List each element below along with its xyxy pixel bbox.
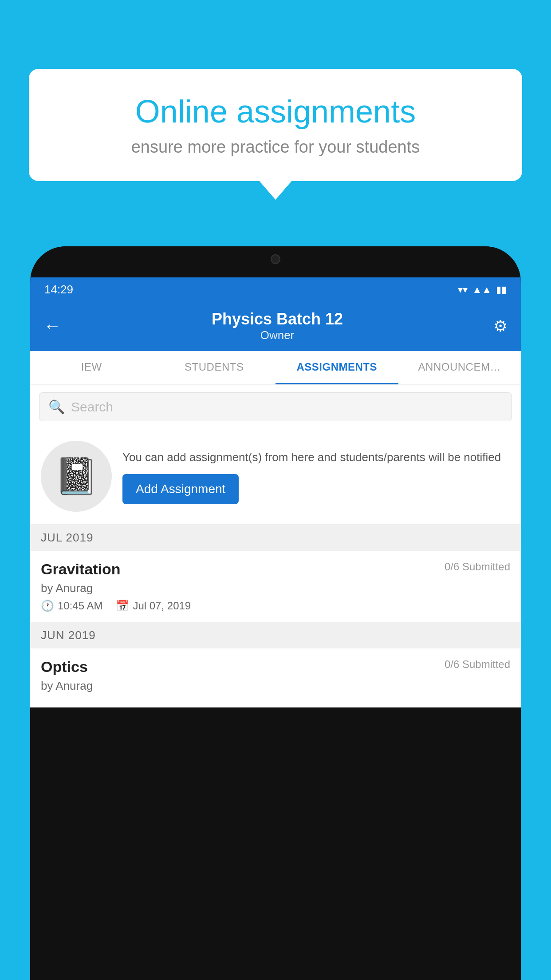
tab-iew[interactable]: IEW	[30, 351, 153, 384]
assignment-item-gravitation[interactable]: Gravitation 0/6 Submitted by Anurag 🕐 10…	[30, 551, 521, 622]
tab-students[interactable]: STUDENTS	[153, 351, 276, 384]
page-title: Physics Batch 12	[212, 310, 343, 328]
app-header: ← Physics Batch 12 Owner ⚙	[30, 302, 521, 351]
calendar-icon: 📅	[116, 600, 129, 612]
clock-icon: 🕐	[41, 600, 54, 612]
assignment-item-top: Gravitation 0/6 Submitted	[41, 561, 510, 578]
tab-announcements[interactable]: ANNOUNCEM…	[398, 351, 521, 384]
assignment-meta: 🕐 10:45 AM 📅 Jul 07, 2019	[41, 600, 510, 612]
phone-camera	[271, 254, 280, 264]
assignment-by: by Anurag	[41, 581, 510, 595]
speech-bubble-title: Online assignments	[55, 93, 496, 130]
search-placeholder: Search	[71, 399, 113, 415]
assignment-time: 🕐 10:45 AM	[41, 600, 102, 612]
app-content: 🔍 Search 📓 You can add assignment(s) fro…	[30, 385, 521, 707]
speech-bubble-subtitle: ensure more practice for your students	[55, 138, 496, 157]
empty-state-description: You can add assignment(s) from here and …	[122, 449, 510, 466]
empty-state-text: You can add assignment(s) from here and …	[122, 449, 510, 504]
empty-assignment-section: 📓 You can add assignment(s) from here an…	[30, 428, 521, 525]
tabs-container: IEW STUDENTS ASSIGNMENTS ANNOUNCEM…	[30, 351, 521, 385]
status-time: 14:29	[44, 283, 73, 296]
header-subtitle: Owner	[212, 328, 343, 342]
assignment-name-optics: Optics	[41, 658, 88, 676]
signal-icon: ▲▲	[472, 284, 492, 296]
assignment-by-optics: by Anurag	[41, 679, 510, 693]
add-assignment-button[interactable]: Add Assignment	[122, 474, 239, 504]
header-center: Physics Batch 12 Owner	[212, 310, 343, 342]
assignment-date-value: Jul 07, 2019	[133, 600, 191, 612]
speech-bubble: Online assignments ensure more practice …	[29, 69, 522, 181]
phone-notch-area	[30, 246, 521, 277]
assignment-notebook-icon: 📓	[54, 455, 98, 497]
battery-icon: ▮▮	[496, 284, 507, 296]
month-header-jul: JUL 2019	[30, 525, 521, 551]
month-header-jun: JUN 2019	[30, 622, 521, 648]
search-container: 🔍 Search	[30, 385, 521, 428]
assignment-submitted-optics: 0/6 Submitted	[445, 658, 510, 671]
search-icon: 🔍	[48, 399, 65, 415]
wifi-icon: ▾▾	[458, 284, 468, 296]
speech-bubble-container: Online assignments ensure more practice …	[29, 69, 522, 181]
search-bar[interactable]: 🔍 Search	[39, 392, 512, 421]
phone-frame: 14:29 ▾▾ ▲▲ ▮▮ ← Physics Batch 12 Owner …	[30, 246, 521, 980]
assignment-icon-circle: 📓	[41, 441, 112, 512]
settings-icon[interactable]: ⚙	[493, 317, 508, 336]
status-bar: 14:29 ▾▾ ▲▲ ▮▮	[30, 277, 521, 302]
assignment-item-top-optics: Optics 0/6 Submitted	[41, 658, 510, 676]
back-button[interactable]: ←	[43, 316, 61, 336]
assignment-submitted: 0/6 Submitted	[445, 561, 510, 573]
assignment-name: Gravitation	[41, 561, 120, 578]
assignment-date: 📅 Jul 07, 2019	[116, 600, 191, 612]
assignment-item-optics[interactable]: Optics 0/6 Submitted by Anurag	[30, 648, 521, 707]
tab-assignments[interactable]: ASSIGNMENTS	[276, 351, 398, 384]
assignment-time-value: 10:45 AM	[58, 600, 102, 612]
status-icons: ▾▾ ▲▲ ▮▮	[458, 284, 507, 296]
